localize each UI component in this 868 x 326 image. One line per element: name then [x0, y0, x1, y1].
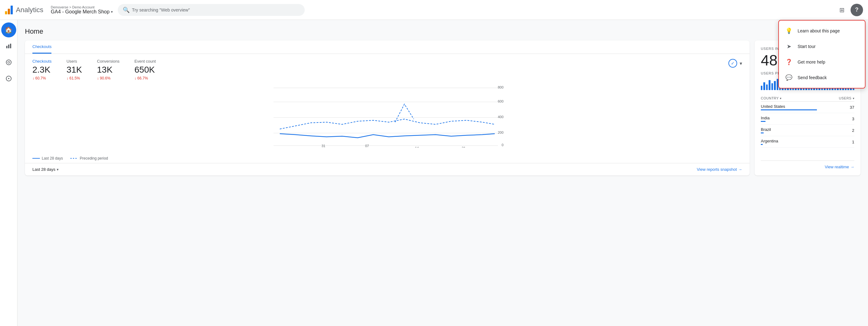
metric-users-change: ↓ 61.5% — [66, 76, 82, 81]
legend-dashed-label: Preceding period — [80, 156, 108, 160]
svg-rect-2 — [10, 43, 11, 48]
legend-dashed-line — [70, 158, 78, 159]
legend-solid: Last 28 days — [32, 156, 63, 160]
logo-bar-3 — [10, 6, 13, 14]
grid-icon: ⊞ — [839, 6, 845, 14]
country-users: 1 — [818, 136, 854, 148]
app-layout: 🏠 Home Che — [0, 20, 868, 326]
mini-bar — [771, 83, 773, 90]
mini-bar — [769, 80, 770, 90]
svg-point-4 — [8, 61, 10, 63]
reports-icon — [5, 43, 12, 50]
sidebar-item-explore[interactable] — [1, 55, 16, 70]
tab-checkouts[interactable]: Checkouts — [32, 40, 52, 54]
country-name: Argentina — [761, 136, 818, 148]
help-button[interactable]: ? — [850, 4, 863, 16]
arrow-right-icon-realtime: → — [850, 165, 854, 169]
chart-card: Checkouts Checkouts 2.3K ↓ 60.7% Users 3… — [25, 40, 750, 175]
date-range-chevron-icon: ▾ — [57, 167, 59, 172]
main-content: Home Checkouts Checkouts 2.3K ↓ 60.7% Us… — [18, 20, 868, 326]
explore-icon — [5, 59, 12, 66]
country-header[interactable]: COUNTRY ▾ — [761, 95, 818, 101]
account-name[interactable]: GA4 - Google Merch Shop ▾ — [51, 9, 113, 14]
svg-text:800: 800 — [498, 85, 503, 89]
svg-text:600: 600 — [498, 99, 503, 103]
lightbulb-icon: 💡 — [785, 27, 793, 34]
legend-solid-line — [32, 158, 40, 159]
grid-apps-button[interactable]: ⊞ — [836, 4, 848, 16]
logo-bar-2 — [8, 9, 10, 14]
breadcrumb: Demoverse > Demo Account — [51, 5, 113, 9]
view-reports-link[interactable]: View reports snapshot → — [697, 167, 742, 172]
country-table-row: Brazil 2 — [761, 125, 854, 136]
analytics-logo-icon — [5, 6, 13, 14]
help-item-more-help[interactable]: ❓ Get more help — [779, 54, 865, 70]
legend-solid-label: Last 28 days — [42, 156, 63, 160]
svg-text:14: 14 — [415, 146, 419, 148]
sidebar-item-reports[interactable] — [1, 39, 16, 54]
help-item-tour[interactable]: ➤ Start tour — [779, 39, 865, 54]
help-item-learn-label: Learn about this page — [798, 28, 840, 33]
metric-event-count[interactable]: Event count 650K ↓ 66.7% — [134, 59, 156, 81]
metric-conversions-value: 13K — [97, 65, 119, 75]
country-name: United States — [761, 101, 818, 113]
help-item-feedback-label: Send feedback — [798, 75, 827, 80]
svg-text:400: 400 — [498, 115, 503, 119]
legend-dashed: Preceding period — [70, 156, 108, 160]
arrow-right-icon: → — [738, 167, 742, 172]
date-range-selector[interactable]: Last 28 days ▾ — [32, 167, 59, 172]
country-users: 2 — [818, 125, 854, 136]
metric-checkouts-label: Checkouts — [32, 59, 52, 64]
mini-bar — [763, 82, 765, 90]
metric-checkouts[interactable]: Checkouts 2.3K ↓ 60.7% — [32, 59, 52, 81]
country-table-row: United States 37 — [761, 101, 854, 113]
date-range-label: Last 28 days — [32, 167, 56, 172]
chart-metrics: Checkouts 2.3K ↓ 60.7% Users 31K ↓ 61.5%… — [25, 54, 750, 83]
country-table-row: India 3 — [761, 113, 854, 125]
svg-text:07: 07 — [365, 144, 369, 148]
country-users: 3 — [818, 113, 854, 125]
metric-users-label: Users — [66, 59, 82, 64]
svg-text:31: 31 — [321, 144, 325, 148]
country-name: Brazil — [761, 125, 818, 136]
app-title: Analytics — [16, 6, 43, 14]
search-icon: 🔍 — [123, 6, 130, 13]
metric-event-count-value: 650K — [134, 65, 156, 75]
account-selector[interactable]: Demoverse > Demo Account GA4 - Google Me… — [51, 5, 113, 14]
help-item-more-help-label: Get more help — [798, 60, 825, 64]
metric-dropdown-icon[interactable]: ▾ — [740, 60, 742, 66]
svg-text:21: 21 — [462, 146, 465, 148]
sidebar: 🏠 — [0, 20, 18, 326]
users-header[interactable]: USERS ▾ — [818, 95, 854, 101]
checkmark-icon: ✓ — [728, 59, 737, 68]
panel-footer: View realtime → — [761, 160, 854, 169]
metric-event-count-label: Event count — [134, 59, 156, 64]
metric-checkouts-value: 2.3K — [32, 65, 52, 75]
mini-bar — [774, 81, 775, 90]
tour-icon: ➤ — [785, 43, 793, 50]
metric-conversions-change: ↓ 90.6% — [97, 76, 119, 81]
svg-text:200: 200 — [498, 130, 503, 134]
logo-bar-1 — [5, 11, 7, 14]
help-item-learn[interactable]: 💡 Learn about this page — [779, 23, 865, 39]
metric-users-value: 31K — [66, 65, 82, 75]
sidebar-item-advertising[interactable] — [1, 71, 16, 86]
line-chart: 800 600 400 200 0 — [32, 85, 742, 148]
view-realtime-link[interactable]: View realtime → — [825, 165, 854, 169]
chevron-down-icon: ▾ — [111, 10, 113, 14]
search-bar[interactable]: 🔍 Try searching "Web overview" — [118, 4, 305, 16]
search-input-placeholder: Try searching "Web overview" — [132, 7, 190, 12]
metric-conversions[interactable]: Conversions 13K ↓ 90.6% — [97, 59, 119, 81]
feedback-icon: 💬 — [785, 74, 793, 81]
page-title: Home — [25, 27, 861, 35]
metric-users[interactable]: Users 31K ↓ 61.5% — [66, 59, 82, 81]
mini-bar — [761, 86, 763, 90]
sidebar-item-home[interactable]: 🏠 — [1, 23, 16, 37]
metric-conversions-label: Conversions — [97, 59, 119, 64]
header: Analytics Demoverse > Demo Account GA4 -… — [0, 0, 868, 20]
chart-area: 800 600 400 200 0 — [25, 83, 750, 154]
cards-row: Checkouts Checkouts 2.3K ↓ 60.7% Users 3… — [25, 40, 861, 175]
country-users: 37 — [818, 101, 854, 113]
help-item-feedback[interactable]: 💬 Send feedback — [779, 70, 865, 85]
advertising-icon — [5, 75, 12, 82]
